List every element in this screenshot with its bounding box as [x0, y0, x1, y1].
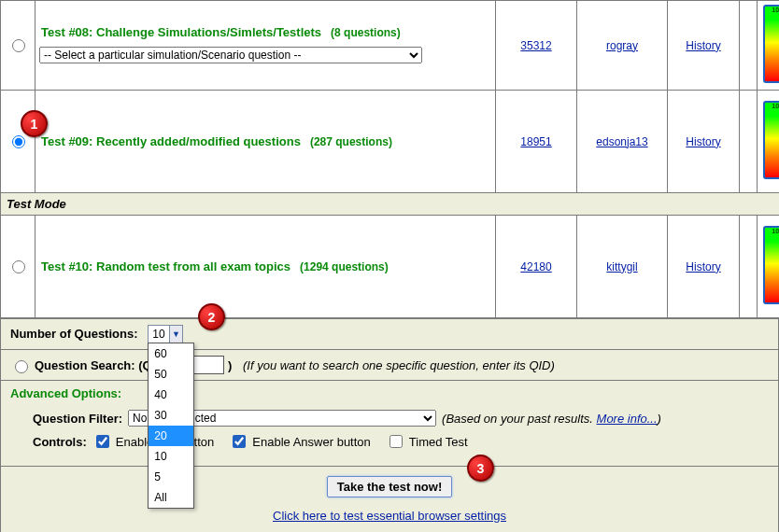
- enable-exit-checkbox[interactable]: [96, 435, 109, 448]
- num-questions-dropdown[interactable]: 6050403020105All: [148, 343, 194, 509]
- qid-hint: (If you want to search one specific ques…: [243, 358, 555, 372]
- filter-label: Question Filter:: [33, 412, 122, 426]
- qid-link[interactable]: 35312: [520, 39, 551, 52]
- test-selection-table: Test #08: Challenge Simulations/Simlets/…: [0, 0, 779, 318]
- section-header-row: Test Mode: [1, 193, 780, 216]
- history-link[interactable]: History: [686, 39, 720, 52]
- question-search-radio[interactable]: [15, 360, 28, 373]
- annotation-badge-2: 2: [198, 303, 225, 330]
- submit-row: Take the test now! Click here to test es…: [1, 466, 778, 532]
- user-link[interactable]: rogray: [606, 39, 638, 52]
- num-questions-row: Number of Questions: 10 ▼ 6050403020105A…: [1, 318, 778, 349]
- num-questions-option[interactable]: All: [149, 487, 193, 508]
- test-title: Test #08: Challenge Simulations/Simlets/…: [41, 25, 321, 39]
- test-10-radio[interactable]: [12, 260, 25, 273]
- history-link[interactable]: History: [686, 135, 720, 148]
- num-questions-label: Number of Questions:: [10, 327, 138, 341]
- take-test-button[interactable]: Take the test now!: [327, 476, 452, 497]
- num-questions-select[interactable]: 10 ▼: [148, 325, 183, 343]
- chevron-down-icon: ▼: [169, 326, 183, 343]
- qid-link[interactable]: 42180: [520, 260, 551, 273]
- table-row: Test #10: Random test from all exam topi…: [1, 216, 780, 318]
- history-link[interactable]: History: [686, 260, 720, 273]
- annotation-badge-1: 1: [21, 110, 48, 137]
- num-questions-option[interactable]: 30: [149, 405, 193, 426]
- table-row: Test #08: Challenge Simulations/Simlets/…: [1, 1, 780, 91]
- score-meter: 100: [763, 101, 779, 179]
- test-title: Test #09: Recently added/modified questi…: [41, 134, 301, 148]
- advanced-options: Advanced Options: Question Filter: No fi…: [1, 380, 778, 466]
- num-questions-option[interactable]: 60: [149, 343, 193, 364]
- question-count: (1294 questions): [300, 260, 389, 273]
- advanced-title: Advanced Options:: [10, 386, 769, 400]
- annotation-badge-3: 3: [467, 455, 494, 482]
- test-09-radio[interactable]: [12, 135, 25, 148]
- question-count: (8 questions): [331, 26, 401, 39]
- num-questions-option[interactable]: 20: [149, 426, 193, 446]
- timed-test-checkbox[interactable]: [390, 435, 403, 448]
- controls-label: Controls:: [33, 435, 87, 449]
- question-count: (287 questions): [310, 135, 392, 148]
- score-meter: 100: [763, 226, 779, 304]
- options-block: Number of Questions: 10 ▼ 6050403020105A…: [0, 318, 779, 532]
- enable-answer-checkbox[interactable]: [233, 435, 246, 448]
- num-questions-option[interactable]: 50: [149, 364, 193, 385]
- test-08-radio[interactable]: [12, 39, 25, 52]
- test-title: Test #10: Random test from all exam topi…: [41, 259, 290, 273]
- question-search-row: Question Search: (QID: ) (If you want to…: [1, 349, 778, 380]
- section-header: Test Mode: [1, 193, 780, 216]
- user-link[interactable]: kittygil: [606, 260, 637, 273]
- simulation-select[interactable]: -- Select a particular simulation/Scenar…: [39, 47, 422, 63]
- qid-link[interactable]: 18951: [520, 135, 551, 148]
- table-row: Test #09: Recently added/modified questi…: [1, 91, 780, 193]
- more-info-link[interactable]: More info...: [597, 412, 658, 426]
- user-link[interactable]: edsonja13: [596, 135, 647, 148]
- num-questions-option[interactable]: 5: [149, 467, 193, 487]
- browser-settings-link[interactable]: Click here to test essential browser set…: [10, 509, 769, 523]
- score-meter: 100: [763, 5, 779, 83]
- num-questions-option[interactable]: 40: [149, 385, 193, 405]
- num-questions-option[interactable]: 10: [149, 446, 193, 467]
